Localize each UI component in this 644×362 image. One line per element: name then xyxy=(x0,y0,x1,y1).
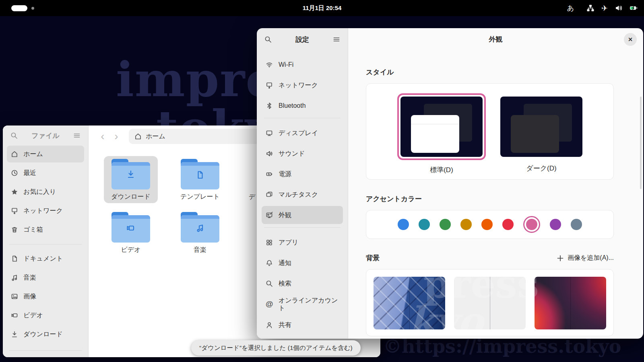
settings-item-power[interactable]: 電源 xyxy=(262,165,343,183)
settings-item-sharing[interactable]: 共有 xyxy=(262,316,343,334)
search-icon xyxy=(264,36,272,43)
settings-item-sound[interactable]: サウンド xyxy=(262,144,343,162)
image-icon xyxy=(11,293,18,300)
clock-icon xyxy=(11,169,18,177)
accent-color-blue[interactable] xyxy=(398,219,409,230)
system-tray[interactable]: あ ✈ xyxy=(567,0,638,16)
sidebar-item-label: ドキュメント xyxy=(23,255,63,263)
files-search-button[interactable] xyxy=(8,130,20,141)
network-icon xyxy=(266,82,273,89)
close-button[interactable]: ✕ xyxy=(624,33,637,46)
sidebar-item-label: ダウンロード xyxy=(23,330,63,339)
wallpaper-dark-red-waves[interactable] xyxy=(535,277,606,329)
ime-indicator[interactable]: あ xyxy=(567,4,574,13)
settings-item-notifications[interactable]: 通知 xyxy=(262,254,343,272)
music-icon xyxy=(11,274,18,281)
settings-item-label: ネットワーク xyxy=(279,81,318,89)
settings-item-search[interactable]: 検索 xyxy=(262,274,343,292)
settings-item-online-accounts[interactable]: @ オンラインアカウント xyxy=(262,295,343,313)
accent-color-pink[interactable] xyxy=(523,216,540,233)
settings-item-wifi[interactable]: Wi-Fi xyxy=(262,56,343,74)
files-menu-button[interactable] xyxy=(71,130,83,141)
sidebar-item-pictures[interactable]: 画像 xyxy=(7,288,84,305)
settings-item-multitasking[interactable]: マルチタスク xyxy=(262,185,343,204)
sidebar-item-music[interactable]: 音楽 xyxy=(7,269,84,286)
settings-search-button[interactable] xyxy=(262,34,274,45)
folder-label: テンプレート xyxy=(173,193,227,201)
wallpaper-blue-cubes[interactable] xyxy=(374,277,445,329)
home-icon xyxy=(11,150,18,158)
accent-color-slate[interactable] xyxy=(571,219,582,230)
style-option-label: 標準(D) xyxy=(397,165,486,175)
airplane-mode-icon: ✈ xyxy=(601,4,608,13)
settings-item-bluetooth[interactable]: Bluetooth xyxy=(262,97,343,115)
sidebar-item-videos[interactable]: ビデオ xyxy=(7,307,84,324)
settings-separator xyxy=(264,118,341,118)
accent-color-orange[interactable] xyxy=(481,219,493,230)
panel-title: 外観 xyxy=(348,28,643,51)
style-selected-frame xyxy=(397,93,486,160)
back-button[interactable]: ‹ xyxy=(96,130,109,143)
folder-downloads[interactable]: ダウンロード xyxy=(104,156,158,203)
accent-color-yellow[interactable] xyxy=(460,219,472,230)
style-preview-light xyxy=(400,97,483,157)
folder-videos[interactable]: ビデオ xyxy=(104,209,158,254)
add-image-button[interactable]: 画像を追加(A)... xyxy=(557,254,614,262)
style-card: 標準(D) ダーク(D) xyxy=(366,83,614,180)
accent-color-purple[interactable] xyxy=(550,219,561,230)
background-card: press kyo xyxy=(366,269,614,336)
preview-front-window xyxy=(511,115,559,153)
template-emblem-icon xyxy=(194,169,206,181)
sound-icon xyxy=(266,150,273,157)
style-option-dark[interactable]: ダーク(D) xyxy=(500,93,582,179)
folder-music[interactable]: 音楽 xyxy=(173,209,227,254)
sidebar-item-downloads[interactable]: ダウンロード xyxy=(7,326,84,343)
settings-item-label: 共有 xyxy=(279,321,291,329)
sidebar-item-home[interactable]: ホーム xyxy=(7,146,84,162)
style-option-default[interactable]: 標準(D) xyxy=(397,93,486,179)
accent-color-teal[interactable] xyxy=(419,219,430,230)
accent-color-red[interactable] xyxy=(502,219,514,230)
sidebar-item-favorites[interactable]: お気に入り xyxy=(7,183,84,200)
clock[interactable]: 11月1日 20:54 xyxy=(0,4,644,12)
files-window-title: ファイル xyxy=(22,131,69,140)
folder-label: 音楽 xyxy=(173,246,227,254)
files-sidebar: ファイル ホーム 最近 お気に入り ネットワーク xyxy=(3,125,89,357)
folder-templates[interactable]: テンプレート xyxy=(173,156,227,201)
home-icon xyxy=(134,133,142,140)
settings-item-display[interactable]: ディスプレイ xyxy=(262,124,343,142)
sidebar-item-recent[interactable]: 最近 xyxy=(7,165,84,181)
preview-front-window xyxy=(411,115,459,153)
forward-button[interactable]: › xyxy=(109,130,123,143)
sidebar-item-label: 最近 xyxy=(23,169,36,177)
settings-item-label: ディスプレイ xyxy=(279,129,318,137)
appearance-panel: 外観 ✕ スタイル 標準(D) xyxy=(348,28,643,339)
selection-toast: “ダウンロード”を選択しました (1個のアイテムを含む) xyxy=(191,340,361,356)
sidebar-item-label: ゴミ箱 xyxy=(23,226,43,234)
settings-item-label: 検索 xyxy=(279,280,291,287)
accent-color-green[interactable] xyxy=(440,219,451,230)
settings-item-label: 通知 xyxy=(279,259,291,267)
folder-icon xyxy=(181,212,219,243)
sidebar-separator xyxy=(9,244,82,245)
settings-sidebar: 設定 Wi-Fi ネットワーク Bluetooth xyxy=(257,28,348,339)
star-icon xyxy=(11,188,18,195)
bell-icon xyxy=(266,259,273,267)
wallpaper-orange-purple-gradient[interactable] xyxy=(454,277,526,329)
battery-charging-icon xyxy=(630,4,638,12)
settings-window: 設定 Wi-Fi ネットワーク Bluetooth xyxy=(257,28,643,339)
style-heading: スタイル xyxy=(366,68,614,77)
settings-item-network[interactable]: ネットワーク xyxy=(262,76,343,94)
folder-label: ビデオ xyxy=(104,246,158,254)
settings-item-label: マルチタスク xyxy=(279,191,318,198)
settings-item-label: サウンド xyxy=(279,150,305,157)
settings-item-appearance[interactable]: 外観 xyxy=(262,206,343,224)
sidebar-item-documents[interactable]: ドキュメント xyxy=(7,250,84,267)
settings-menu-button[interactable] xyxy=(331,34,342,45)
settings-item-apps[interactable]: アプリ xyxy=(262,233,343,251)
sidebar-item-network[interactable]: ネットワーク xyxy=(7,202,84,219)
folder-icon xyxy=(181,159,219,189)
sidebar-item-trash[interactable]: ゴミ箱 xyxy=(7,221,84,238)
add-image-label: 画像を追加(A)... xyxy=(568,254,614,262)
folder-label-partial[interactable]: デ xyxy=(249,193,255,202)
